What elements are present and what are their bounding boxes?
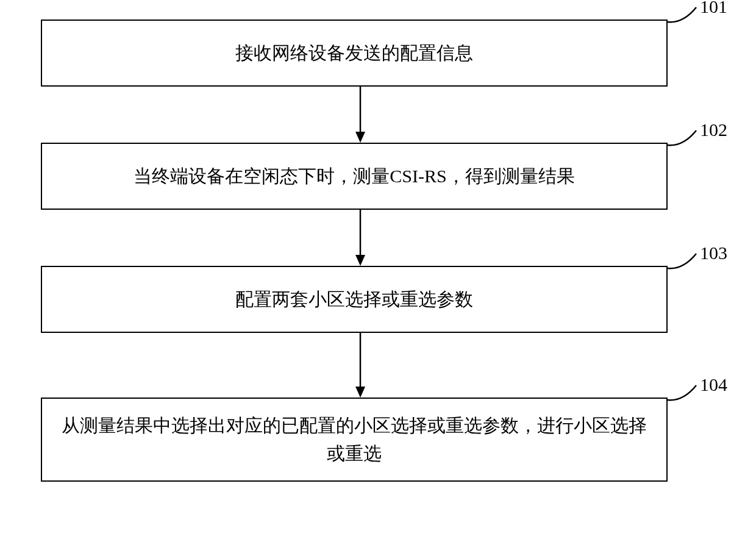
step-box-3: 配置两套小区选择或重选参数: [41, 266, 668, 333]
step-text-4: 从测量结果中选择出对应的已配置的小区选择或重选参数，进行小区选择或重选: [59, 412, 649, 468]
step-label-3: 103: [700, 243, 727, 263]
step-text-1: 接收网络设备发送的配置信息: [235, 39, 473, 68]
step-connector-3: [667, 251, 704, 282]
step-box-4: 从测量结果中选择出对应的已配置的小区选择或重选参数，进行小区选择或重选: [41, 398, 668, 482]
arrow-1-2: [354, 87, 366, 143]
arrow-3-4: [354, 333, 366, 398]
svg-marker-1: [355, 132, 365, 143]
step-label-4: 104: [700, 374, 727, 395]
step-connector-2: [667, 128, 704, 159]
svg-marker-3: [355, 255, 365, 266]
flowchart-canvas: 接收网络设备发送的配置信息 101 当终端设备在空闲态下时，测量CSI-RS，得…: [0, 0, 756, 553]
svg-marker-5: [355, 387, 365, 398]
step-text-3: 配置两套小区选择或重选参数: [235, 285, 473, 314]
step-label-1: 101: [700, 0, 727, 17]
step-connector-1: [667, 5, 704, 35]
step-connector-4: [667, 383, 704, 413]
arrow-2-3: [354, 210, 366, 266]
step-box-1: 接收网络设备发送的配置信息: [41, 20, 668, 87]
step-label-2: 102: [700, 120, 727, 140]
step-box-2: 当终端设备在空闲态下时，测量CSI-RS，得到测量结果: [41, 143, 668, 210]
step-text-2: 当终端设备在空闲态下时，测量CSI-RS，得到测量结果: [134, 162, 574, 191]
